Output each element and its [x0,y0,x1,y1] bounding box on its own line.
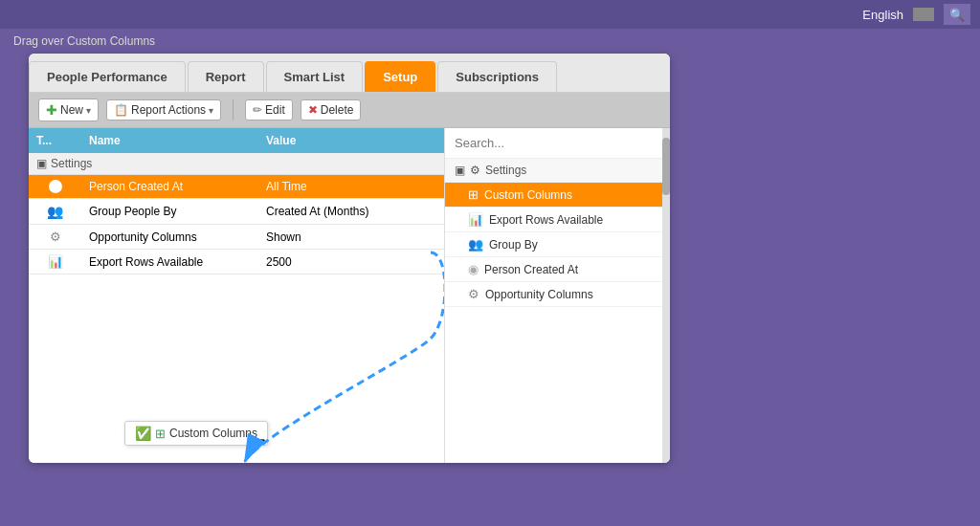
search-box [445,128,670,159]
row-type-export: 📊 [29,250,81,274]
tree-item-label: Person Created At [484,263,578,276]
person-created-at-icon [49,180,62,193]
scrollbar-thumb[interactable] [662,138,670,195]
tree-item-label: Group By [489,238,538,252]
col-value-header: Value [258,128,444,153]
row-type-opportunity: ⚙ [29,225,81,249]
tree-item-label: Opportunity Columns [485,288,593,301]
row-name-export: Export Rows Available [81,251,258,274]
row-name-person-created-at: Person Created At [81,175,258,198]
row-type-person-created-at [29,175,81,198]
row-value-opportunity: Shown [258,226,444,249]
left-panel: T... Name Value ▣ Settings Person Create… [29,128,445,463]
breadcrumb: Drag over Custom Columns [0,29,980,54]
tab-smart-list[interactable]: Smart List [266,61,364,92]
tree-item-label: Custom Columns [484,188,572,202]
row-name-opportunity: Opportunity Columns [81,226,258,249]
dashed-arrow [239,243,445,463]
row-type-group-people: 👥 [29,199,81,224]
scrollbar[interactable] [662,128,670,463]
tree-item-custom-columns[interactable]: ⊞ Custom Columns [445,183,670,208]
delete-icon: ✖ [308,103,318,117]
report-actions-icon: 📋 [114,103,128,117]
person-created-icon: ◉ [468,262,479,276]
col-name-header: Name [81,128,258,153]
row-name-group-people: Group People By [81,200,258,223]
section-collapse-icon: ▣ [36,157,47,170]
tab-setup[interactable]: Setup [365,61,435,92]
table-section-settings: ▣ Settings [29,153,444,175]
tab-people-performance[interactable]: People Performance [29,61,186,92]
gear-icon: ⚙ [50,230,61,244]
tab-subscriptions[interactable]: Subscriptions [437,61,557,92]
layout-icon [913,8,934,21]
language-selector[interactable]: English [862,8,903,22]
main-card: People Performance Report Smart List Set… [29,54,670,463]
table-row[interactable]: 📊 Export Rows Available 2500 [29,250,444,274]
tree-item-person-created-at[interactable]: ◉ Person Created At [445,257,670,282]
tab-report[interactable]: Report [188,61,264,92]
search-button[interactable]: 🔍 [944,4,970,25]
opportunity-columns-icon: ⚙ [468,287,479,301]
table-row[interactable]: 👥 Group People By Created At (Months) [29,199,444,225]
row-value-person-created-at: All Time [258,175,444,198]
export-rows-icon: 📊 [468,212,483,227]
tree-section-settings: ▣ ⚙ Settings [445,159,670,183]
delete-button[interactable]: ✖ Delete [301,99,362,121]
cursor-icon: ☛ [251,432,266,453]
toolbar: ✚ New ▾ 📋 Report Actions ▾ ✏ Edit ✖ Dele… [29,93,670,128]
toolbar-separator [233,99,234,121]
report-actions-dropdown-arrow: ▾ [209,105,213,116]
tree-item-opportunity-columns[interactable]: ⚙ Opportunity Columns [445,282,670,307]
tree-section-label: Settings [485,164,526,177]
check-icon: ✅ [135,426,151,441]
custom-columns-icon: ⊞ [468,187,479,202]
tree-item-export-rows[interactable]: 📊 Export Rows Available [445,208,670,232]
row-value-export: 2500 [258,251,444,274]
tree-item-group-by[interactable]: 👥 Group By [445,232,670,257]
row-value-group-people: Created At (Months) [258,200,444,223]
content-area: T... Name Value ▣ Settings Person Create… [29,128,670,463]
right-panel: ▣ ⚙ Settings ⊞ Custom Columns 📊 Export R… [445,128,670,463]
tree-collapse-icon: ▣ [455,164,465,177]
new-dropdown-arrow: ▾ [86,105,91,116]
new-button[interactable]: ✚ New ▾ [38,99,99,121]
excel-icon: 📊 [48,254,63,269]
report-actions-button[interactable]: 📋 Report Actions ▾ [106,99,221,121]
col-type-header: T... [29,128,81,153]
table-header: T... Name Value [29,128,444,153]
new-icon: ✚ [46,102,57,118]
breadcrumb-text: Drag over Custom Columns [13,34,155,48]
tab-row: People Performance Report Smart List Set… [29,54,670,93]
group-by-icon: 👥 [468,237,483,252]
people-icon: 👥 [47,204,63,219]
grid-icon: ⊞ [155,427,166,441]
tree-item-label: Export Rows Available [489,213,603,227]
edit-icon: ✏ [253,103,262,117]
table-row[interactable]: Person Created At All Time [29,175,444,199]
top-bar: English 🔍 [0,0,980,29]
settings-gear-icon: ⚙ [470,164,480,177]
edit-button[interactable]: ✏ Edit [245,99,293,121]
drag-item[interactable]: ✅ ⊞ Custom Columns [124,421,268,446]
drag-item-label: Custom Columns [169,427,257,440]
search-input[interactable] [455,136,660,150]
table-row[interactable]: ⚙ Opportunity Columns Shown [29,225,444,250]
